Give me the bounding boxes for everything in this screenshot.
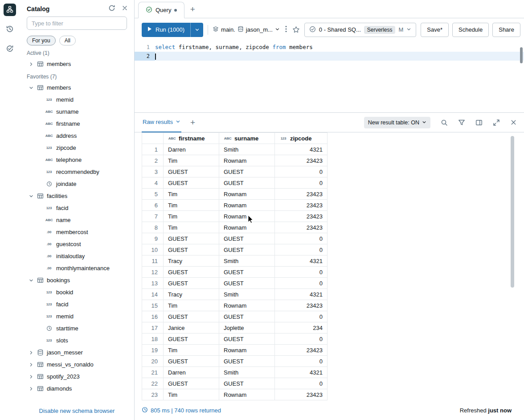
tree-column-telephone[interactable]: ABCtelephone — [20, 154, 134, 166]
chevron-right-icon[interactable] — [29, 386, 34, 391]
tree-column-zipcode[interactable]: 123zipcode — [20, 142, 134, 154]
raw-results-tab[interactable]: Raw results — [142, 113, 181, 132]
filter-for-you-pill[interactable]: For you — [27, 36, 56, 45]
table-row[interactable]: 4GUESTGUEST0 — [142, 177, 328, 189]
schema-browser-rail-button[interactable] — [4, 4, 16, 16]
filter-all-pill[interactable]: All — [59, 36, 76, 45]
tree-column-slots[interactable]: 123slots — [20, 334, 134, 346]
tree-item-diamonds[interactable]: diamonds — [20, 383, 134, 395]
column-header-zipcode[interactable]: 123zipcode — [275, 133, 328, 144]
run-options-caret[interactable] — [190, 23, 203, 37]
columns-icon[interactable] — [475, 119, 483, 126]
fullscreen-icon[interactable] — [493, 119, 500, 126]
sql-editor[interactable]: 1select firstname, surname, zipcode from… — [135, 41, 524, 112]
warehouse-name: 0 - Shared SQ... — [319, 26, 361, 33]
editor-line[interactable]: 1select firstname, surname, zipcode from… — [135, 43, 524, 52]
search-icon[interactable] — [441, 119, 448, 126]
chevron-right-icon[interactable] — [29, 374, 34, 379]
tree-column-monthlymaintenance[interactable]: .00monthlymaintenance — [20, 262, 134, 274]
new-result-table-toggle[interactable]: New result table: ON — [364, 117, 430, 128]
string-type-icon: ABC — [168, 136, 176, 140]
table-row[interactable]: 12GUESTGUEST0 — [142, 267, 328, 278]
chevron-right-icon[interactable] — [29, 350, 34, 355]
tree-item-bookings[interactable]: bookings — [20, 274, 134, 286]
table-row[interactable]: 22GUESTGUEST0 — [142, 378, 328, 389]
tree-column-starttime[interactable]: starttime — [20, 322, 134, 334]
tree-column-firstname[interactable]: ABCfirstname — [20, 118, 134, 130]
close-catalog-button[interactable] — [122, 5, 128, 12]
results-scrollbar-thumb[interactable] — [511, 136, 514, 288]
results-controls: New result table: ON — [364, 117, 517, 128]
history-rail-button[interactable] — [4, 23, 16, 36]
run-button[interactable]: Run (1000) — [142, 23, 203, 37]
tree-column-facid[interactable]: 123facid — [20, 298, 134, 310]
table-row[interactable]: 18GUESTGUEST0 — [142, 334, 328, 345]
more-options-button[interactable] — [284, 25, 288, 34]
tree-column-membercost[interactable]: .00membercost — [20, 226, 134, 238]
chevron-down-icon[interactable] — [29, 85, 34, 91]
tree-item-spotify_2023[interactable]: spotify_2023 — [20, 371, 134, 383]
tree-column-memid[interactable]: 123memid — [20, 94, 134, 106]
chevron-down-icon[interactable] — [29, 278, 34, 283]
warehouse-selector[interactable]: 0 - Shared SQ... Serverless M — [304, 23, 416, 37]
share-button[interactable]: Share — [492, 23, 520, 37]
tree-column-guestcost[interactable]: .00guestcost — [20, 238, 134, 250]
schedule-button[interactable]: Schedule — [452, 23, 489, 37]
tree-column-name[interactable]: ABCname — [20, 214, 134, 226]
add-result-tab-button[interactable]: + — [190, 118, 195, 128]
table-row[interactable]: 5TimRownam23423 — [142, 189, 328, 200]
table-row[interactable]: 8TimRownam23423 — [142, 222, 328, 233]
table-icon — [37, 385, 44, 392]
save-button[interactable]: Save* — [421, 23, 449, 37]
tree-column-joindate[interactable]: joindate — [20, 178, 134, 190]
tree-item-members[interactable]: members — [20, 82, 134, 94]
filter-icon[interactable] — [458, 119, 465, 126]
table-row[interactable]: 21DarrenSmith4321 — [142, 367, 328, 378]
integer-type-icon: 123 — [45, 338, 53, 342]
table-row[interactable]: 10GUESTGUEST0 — [142, 244, 328, 255]
table-row[interactable]: 2TimRownam23423 — [142, 155, 328, 166]
table-row[interactable]: 9GUESTGUEST0 — [142, 233, 328, 244]
tree-item-messi_vs_ronaldo[interactable]: messi_vs_ronaldo — [20, 358, 134, 371]
tree-column-facid[interactable]: 123facid — [20, 202, 134, 214]
close-results-icon[interactable] — [510, 119, 517, 126]
table-row[interactable]: 7TimRownam23423 — [142, 211, 328, 222]
insights-rail-button[interactable] — [4, 43, 16, 55]
table-row[interactable]: 6TimRownam23423 — [142, 200, 328, 211]
tree-column-surname[interactable]: ABCsurname — [20, 106, 134, 118]
disable-schema-browser-link[interactable]: Disable new schema browser — [39, 408, 115, 414]
chevron-down-icon[interactable] — [29, 194, 34, 199]
tree-item-facilities[interactable]: facilities — [20, 190, 134, 202]
tree-column-bookid[interactable]: 123bookid — [20, 286, 134, 298]
catalog-filter-input[interactable] — [27, 16, 127, 30]
tab-query[interactable]: Query — [138, 2, 184, 18]
table-row[interactable]: 1DarrenSmith4321 — [142, 144, 328, 155]
catalog-schema-selector[interactable]: main. jason_m... — [213, 26, 280, 33]
table-row[interactable]: 13GUESTGUEST0 — [142, 278, 328, 289]
tree-item-jason_messer[interactable]: jason_messer — [20, 346, 134, 358]
page-scrollbar-thumb[interactable] — [520, 47, 523, 63]
editor-line[interactable]: 2 — [135, 52, 524, 61]
table-row[interactable]: 14TracySmith4321 — [142, 289, 328, 300]
tree-column-memid[interactable]: 123memid — [20, 310, 134, 322]
favorite-star-icon[interactable] — [292, 26, 300, 33]
new-tab-button[interactable]: + — [186, 3, 199, 16]
table-row[interactable]: 23TimRownam23423 — [142, 389, 328, 400]
table-row[interactable]: 17JaniceJoplette234 — [142, 322, 328, 334]
table-row[interactable]: 3GUESTGUEST0 — [142, 166, 328, 177]
chevron-right-icon[interactable] — [29, 62, 34, 67]
table-row[interactable]: 15TimRownam23423 — [142, 300, 328, 311]
table-row[interactable]: 20GUESTGUEST0 — [142, 356, 328, 367]
column-header-surname[interactable]: ABCsurname — [219, 133, 275, 144]
refresh-button[interactable] — [108, 4, 115, 13]
chevron-right-icon[interactable] — [29, 362, 34, 367]
tree-column-recommendedby[interactable]: 123recommendedby — [20, 166, 134, 178]
table-row[interactable]: 19TimRownam23423 — [142, 345, 328, 356]
table-row[interactable]: 11TracySmith4321 — [142, 255, 328, 267]
table-row[interactable]: 16GUESTGUEST0 — [142, 311, 328, 322]
tree-item-members[interactable]: members — [20, 58, 134, 70]
schema-name: jason_m... — [246, 26, 273, 33]
column-header-firstname[interactable]: ABCfirstname — [164, 133, 219, 144]
tree-column-address[interactable]: ABCaddress — [20, 130, 134, 142]
tree-column-initialoutlay[interactable]: .00initialoutlay — [20, 250, 134, 262]
